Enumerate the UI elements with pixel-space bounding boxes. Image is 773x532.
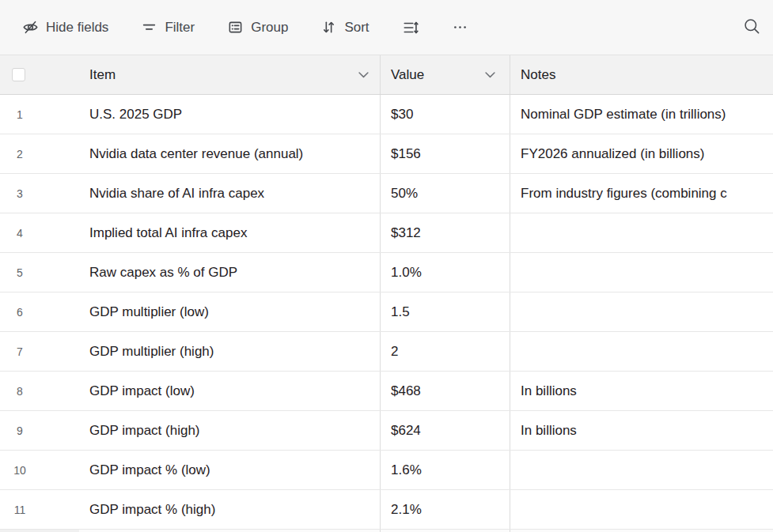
item-cell[interactable]: GDP multiplier (high) bbox=[79, 332, 381, 371]
grid-view: Hide fields Filter Group bbox=[0, 0, 773, 532]
row-number: 11 bbox=[0, 504, 40, 516]
table-row: 8 GDP impact (low) $468 In billions bbox=[0, 372, 773, 411]
notes-cell[interactable] bbox=[510, 292, 773, 331]
row-number: 8 bbox=[0, 385, 40, 398]
sort-button[interactable]: Sort bbox=[320, 19, 369, 36]
row-number: 2 bbox=[0, 148, 40, 160]
row-number-cell[interactable]: 10 bbox=[0, 451, 79, 489]
table-row: 11 GDP impact % (high) 2.1% bbox=[0, 490, 773, 530]
row-number-cell[interactable]: 7 bbox=[0, 332, 79, 371]
group-button[interactable]: Group bbox=[227, 19, 288, 36]
chevron-down-icon[interactable] bbox=[485, 71, 495, 78]
chevron-down-icon[interactable] bbox=[358, 71, 369, 78]
value-cell[interactable]: $624 bbox=[381, 411, 510, 450]
item-cell[interactable]: Nvidia share of AI infra capex bbox=[79, 174, 381, 213]
notes-cell[interactable]: From industry figures (combining c bbox=[510, 174, 773, 213]
notes-cell[interactable] bbox=[510, 213, 773, 252]
row-number-cell[interactable]: 2 bbox=[0, 134, 79, 173]
filter-label: Filter bbox=[165, 21, 195, 34]
row-number-cell[interactable]: 5 bbox=[0, 253, 79, 292]
item-cell[interactable]: GDP impact % (high) bbox=[79, 490, 381, 529]
row-number: 6 bbox=[0, 306, 40, 319]
sort-label: Sort bbox=[344, 21, 369, 34]
column-header-notes-label: Notes bbox=[521, 67, 555, 83]
row-number: 1 bbox=[0, 108, 40, 121]
row-number-cell[interactable]: 11 bbox=[0, 490, 79, 529]
item-cell[interactable]: GDP impact (low) bbox=[79, 372, 381, 410]
table-header: Item Value Notes bbox=[0, 55, 773, 95]
row-number-cell[interactable]: 6 bbox=[0, 292, 79, 331]
row-number: 3 bbox=[0, 187, 40, 200]
value-cell[interactable]: 1.6% bbox=[381, 451, 510, 489]
value-cell[interactable]: 2.1% bbox=[381, 490, 510, 529]
row-number-cell[interactable]: 8 bbox=[0, 372, 79, 410]
table-row: 10 GDP impact % (low) 1.6% bbox=[0, 451, 773, 490]
notes-cell[interactable]: In billions bbox=[510, 372, 773, 410]
table-row: 6 GDP multiplier (low) 1.5 bbox=[0, 292, 773, 332]
row-number-cell[interactable]: 9 bbox=[0, 411, 79, 450]
item-cell[interactable]: GDP impact % (low) bbox=[79, 451, 381, 489]
more-options-button[interactable] bbox=[452, 19, 468, 36]
column-header-item-label: Item bbox=[89, 67, 116, 83]
item-cell[interactable]: GDP impact (high) bbox=[79, 411, 381, 450]
item-cell[interactable]: Nvidia data center revenue (annual) bbox=[79, 134, 381, 173]
hide-fields-label: Hide fields bbox=[46, 21, 108, 34]
table-body: 1 U.S. 2025 GDP $30 Nominal GDP estimate… bbox=[0, 95, 773, 530]
table-row: 5 Raw capex as % of GDP 1.0% bbox=[0, 253, 773, 292]
row-number-cell[interactable]: 4 bbox=[0, 213, 79, 252]
row-number: 5 bbox=[0, 266, 40, 279]
sort-icon bbox=[320, 19, 337, 36]
group-icon bbox=[227, 19, 244, 36]
table-row: 2 Nvidia data center revenue (annual) $1… bbox=[0, 134, 773, 174]
eye-off-icon bbox=[22, 19, 39, 36]
item-cell[interactable]: Implied total AI infra capex bbox=[79, 213, 381, 252]
group-label: Group bbox=[251, 21, 288, 34]
item-cell[interactable]: GDP multiplier (low) bbox=[79, 292, 381, 331]
select-all-cell bbox=[0, 55, 79, 94]
row-number: 10 bbox=[0, 464, 40, 477]
view-toolbar: Hide fields Filter Group bbox=[0, 0, 773, 55]
column-header-item[interactable]: Item bbox=[79, 55, 381, 94]
value-cell[interactable]: $30 bbox=[381, 95, 510, 134]
value-cell[interactable]: 2 bbox=[381, 332, 510, 371]
value-cell[interactable]: $468 bbox=[381, 372, 510, 410]
notes-cell[interactable] bbox=[510, 253, 773, 292]
notes-cell[interactable] bbox=[510, 451, 773, 489]
item-cell[interactable]: Raw capex as % of GDP bbox=[79, 253, 381, 292]
column-header-value-label: Value bbox=[391, 67, 424, 83]
notes-cell[interactable] bbox=[510, 332, 773, 371]
value-cell[interactable]: 50% bbox=[381, 174, 510, 213]
row-number: 4 bbox=[0, 227, 40, 240]
row-number-cell[interactable]: 3 bbox=[0, 174, 79, 213]
notes-cell[interactable]: Nominal GDP estimate (in trillions) bbox=[510, 95, 773, 134]
notes-cell[interactable]: FY2026 annualized (in billions) bbox=[510, 134, 773, 173]
table-row: 4 Implied total AI infra capex $312 bbox=[0, 213, 773, 253]
row-number: 7 bbox=[0, 345, 40, 358]
filter-icon bbox=[141, 19, 157, 36]
value-cell[interactable]: 1.0% bbox=[381, 253, 510, 292]
notes-cell[interactable]: In billions bbox=[510, 411, 773, 450]
row-number: 9 bbox=[0, 424, 40, 437]
select-all-checkbox[interactable] bbox=[12, 68, 25, 81]
table-row: 1 U.S. 2025 GDP $30 Nominal GDP estimate… bbox=[0, 95, 773, 134]
column-header-value[interactable]: Value bbox=[381, 55, 510, 94]
search-button[interactable] bbox=[742, 17, 761, 38]
table-row: 3 Nvidia share of AI infra capex 50% Fro… bbox=[0, 174, 773, 213]
value-cell[interactable]: $312 bbox=[381, 213, 510, 252]
value-cell[interactable]: $156 bbox=[381, 134, 510, 173]
notes-cell[interactable] bbox=[510, 490, 773, 529]
value-cell[interactable]: 1.5 bbox=[381, 292, 510, 331]
hide-fields-button[interactable]: Hide fields bbox=[22, 19, 108, 36]
search-icon bbox=[742, 17, 761, 38]
item-cell[interactable]: U.S. 2025 GDP bbox=[79, 95, 381, 134]
ellipsis-icon bbox=[452, 19, 468, 36]
row-height-button[interactable] bbox=[402, 19, 419, 36]
filter-button[interactable]: Filter bbox=[141, 19, 195, 36]
table-row: 9 GDP impact (high) $624 In billions bbox=[0, 411, 773, 451]
row-height-icon bbox=[402, 19, 419, 36]
column-header-notes[interactable]: Notes bbox=[510, 55, 773, 94]
table-row: 7 GDP multiplier (high) 2 bbox=[0, 332, 773, 372]
row-number-cell[interactable]: 1 bbox=[0, 95, 79, 134]
